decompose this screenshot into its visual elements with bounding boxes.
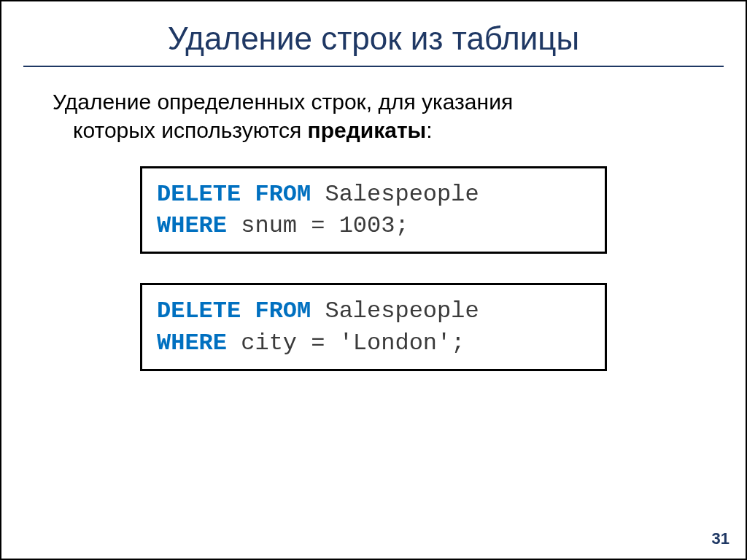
body-line-2: которых используются предикаты: [53,116,724,144]
keyword-where-2: WHERE [157,330,227,357]
body-line-2-bold: предикаты [308,118,427,142]
code2-rest1: Salespeople [311,298,479,324]
body-line-2-suffix: : [426,118,432,142]
body-line-2-prefix: которых используются [73,118,308,142]
code-example-2: DELETE FROM Salespeople WHERE city = 'Lo… [140,283,607,370]
body-line-1: Удаление определенных строк, для указани… [53,90,513,114]
body-paragraph: Удаление определенных строк, для указани… [53,88,724,144]
code-example-1: DELETE FROM Salespeople WHERE snum = 100… [140,166,607,254]
code1-rest2: snum = 1003; [227,212,409,239]
slide: Удаление строк из таблицы Удаление опред… [0,0,747,560]
page-number: 31 [712,529,729,548]
title-underline [23,66,724,67]
code2-rest2: city = 'London'; [227,330,465,357]
slide-title: Удаление строк из таблицы [23,20,724,57]
keyword-delete-from-1: DELETE FROM [157,181,311,208]
keyword-delete-from-2: DELETE FROM [157,298,311,324]
code1-rest1: Salespeople [311,181,479,208]
keyword-where-1: WHERE [157,212,227,239]
